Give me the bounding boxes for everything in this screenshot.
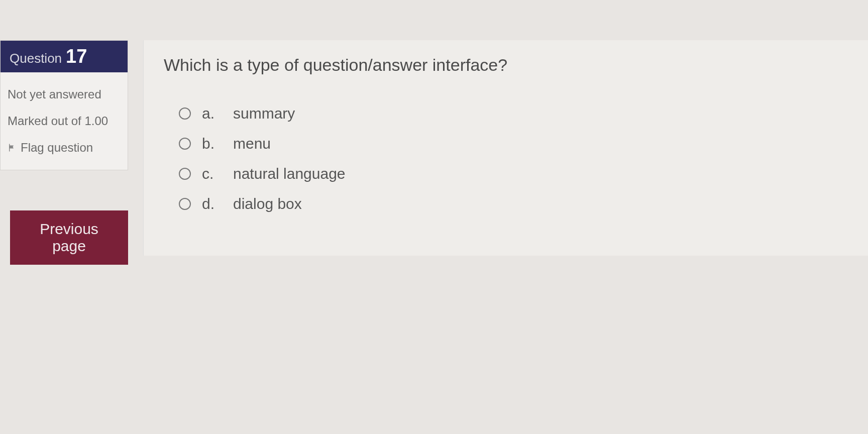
- option-text: natural language: [233, 165, 346, 182]
- option-letter: c.: [202, 165, 222, 182]
- question-info-panel: Question 17 Not yet answered Marked out …: [0, 40, 128, 170]
- option-c[interactable]: c. natural language: [179, 165, 848, 182]
- option-letter: d.: [202, 195, 222, 212]
- flag-question-label: Flag question: [21, 135, 93, 161]
- answer-status: Not yet answered: [8, 81, 121, 108]
- option-text: dialog box: [233, 195, 302, 212]
- previous-page-button[interactable]: Previous page: [10, 210, 128, 265]
- option-a[interactable]: a. summary: [179, 105, 848, 122]
- option-b[interactable]: b. menu: [179, 135, 848, 152]
- flag-icon: [8, 142, 17, 153]
- question-text: Which is a type of question/answer inter…: [164, 55, 848, 75]
- radio-icon[interactable]: [179, 138, 191, 150]
- option-letter: a.: [202, 105, 222, 122]
- option-letter: b.: [202, 135, 222, 152]
- question-header: Question 17: [1, 41, 128, 72]
- flag-question-link[interactable]: Flag question: [8, 135, 121, 161]
- question-content: Which is a type of question/answer inter…: [143, 40, 868, 256]
- option-text: summary: [233, 105, 295, 122]
- radio-icon[interactable]: [179, 198, 191, 210]
- answer-options: a. summary b. menu c. natural language d…: [164, 105, 848, 212]
- question-label: Question: [10, 51, 62, 66]
- option-d[interactable]: d. dialog box: [179, 195, 848, 212]
- option-text: menu: [233, 135, 271, 152]
- question-number: 17: [66, 46, 87, 67]
- radio-icon[interactable]: [179, 107, 191, 120]
- radio-icon[interactable]: [179, 168, 191, 180]
- marked-out-of: Marked out of 1.00: [8, 108, 121, 135]
